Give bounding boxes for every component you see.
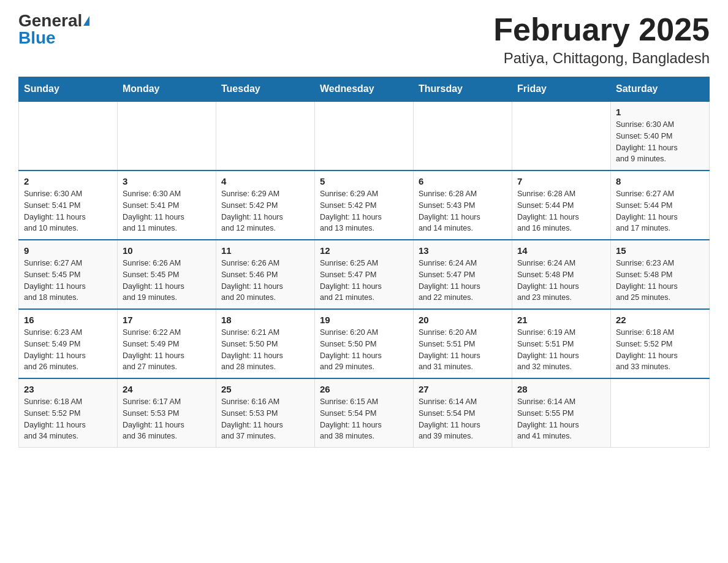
day-number: 11	[221, 245, 309, 256]
logo-general-text: General	[18, 12, 82, 29]
weekday-header-saturday: Saturday	[611, 77, 710, 102]
sun-info: Sunrise: 6:30 AMSunset: 5:41 PMDaylight:…	[123, 188, 211, 234]
calendar-cell: 18Sunrise: 6:21 AMSunset: 5:50 PMDayligh…	[216, 309, 315, 378]
calendar-cell: 12Sunrise: 6:25 AMSunset: 5:47 PMDayligh…	[315, 240, 414, 309]
calendar-cell: 13Sunrise: 6:24 AMSunset: 5:47 PMDayligh…	[414, 240, 512, 309]
day-number: 2	[24, 176, 112, 186]
calendar-cell: 20Sunrise: 6:20 AMSunset: 5:51 PMDayligh…	[414, 309, 512, 378]
weekday-header-friday: Friday	[512, 77, 611, 102]
day-number: 4	[221, 176, 309, 186]
sun-info: Sunrise: 6:16 AMSunset: 5:53 PMDaylight:…	[221, 396, 309, 442]
day-number: 20	[419, 315, 507, 325]
day-number: 27	[419, 384, 507, 394]
day-number: 28	[517, 384, 605, 394]
sun-info: Sunrise: 6:26 AMSunset: 5:45 PMDaylight:…	[123, 258, 211, 304]
calendar-cell: 7Sunrise: 6:28 AMSunset: 5:44 PMDaylight…	[512, 170, 611, 240]
calendar-cell: 22Sunrise: 6:18 AMSunset: 5:52 PMDayligh…	[611, 309, 710, 378]
day-number: 3	[123, 176, 211, 186]
calendar-cell: 10Sunrise: 6:26 AMSunset: 5:45 PMDayligh…	[118, 240, 216, 309]
calendar-cell: 21Sunrise: 6:19 AMSunset: 5:51 PMDayligh…	[512, 309, 611, 378]
calendar-cell: 15Sunrise: 6:23 AMSunset: 5:48 PMDayligh…	[611, 240, 710, 309]
calendar-cell: 1Sunrise: 6:30 AMSunset: 5:40 PMDaylight…	[611, 101, 710, 170]
sun-info: Sunrise: 6:28 AMSunset: 5:44 PMDaylight:…	[517, 188, 605, 234]
sun-info: Sunrise: 6:20 AMSunset: 5:51 PMDaylight:…	[419, 327, 507, 373]
calendar-cell: 3Sunrise: 6:30 AMSunset: 5:41 PMDaylight…	[118, 170, 216, 240]
day-number: 14	[517, 245, 605, 256]
sun-info: Sunrise: 6:14 AMSunset: 5:55 PMDaylight:…	[517, 396, 605, 442]
day-number: 1	[616, 107, 704, 117]
sun-info: Sunrise: 6:18 AMSunset: 5:52 PMDaylight:…	[24, 396, 112, 442]
sun-info: Sunrise: 6:24 AMSunset: 5:47 PMDaylight:…	[419, 258, 507, 304]
day-number: 18	[221, 315, 309, 325]
calendar-week-row: 1Sunrise: 6:30 AMSunset: 5:40 PMDaylight…	[19, 101, 710, 170]
calendar-cell: 23Sunrise: 6:18 AMSunset: 5:52 PMDayligh…	[19, 378, 118, 448]
calendar-cell: 24Sunrise: 6:17 AMSunset: 5:53 PMDayligh…	[118, 378, 216, 448]
day-number: 24	[123, 384, 211, 394]
day-number: 17	[123, 315, 211, 325]
calendar-cell	[414, 101, 512, 170]
sun-info: Sunrise: 6:20 AMSunset: 5:50 PMDaylight:…	[320, 327, 408, 373]
calendar-cell: 27Sunrise: 6:14 AMSunset: 5:54 PMDayligh…	[414, 378, 512, 448]
calendar-cell: 9Sunrise: 6:27 AMSunset: 5:45 PMDaylight…	[19, 240, 118, 309]
calendar-week-row: 2Sunrise: 6:30 AMSunset: 5:41 PMDaylight…	[19, 170, 710, 240]
calendar-cell: 28Sunrise: 6:14 AMSunset: 5:55 PMDayligh…	[512, 378, 611, 448]
sun-info: Sunrise: 6:30 AMSunset: 5:41 PMDaylight:…	[24, 188, 112, 234]
month-title: February 2025	[493, 12, 710, 47]
sun-info: Sunrise: 6:27 AMSunset: 5:45 PMDaylight:…	[24, 258, 112, 304]
page-header: General Blue February 2025 Patiya, Chitt…	[18, 12, 710, 67]
weekday-header-monday: Monday	[118, 77, 216, 102]
day-number: 26	[320, 384, 408, 394]
day-number: 22	[616, 315, 704, 325]
calendar-cell: 4Sunrise: 6:29 AMSunset: 5:42 PMDaylight…	[216, 170, 315, 240]
day-number: 23	[24, 384, 112, 394]
calendar-week-row: 16Sunrise: 6:23 AMSunset: 5:49 PMDayligh…	[19, 309, 710, 378]
calendar-cell	[315, 101, 414, 170]
sun-info: Sunrise: 6:19 AMSunset: 5:51 PMDaylight:…	[517, 327, 605, 373]
sun-info: Sunrise: 6:15 AMSunset: 5:54 PMDaylight:…	[320, 396, 408, 442]
weekday-header-thursday: Thursday	[414, 77, 512, 102]
sun-info: Sunrise: 6:18 AMSunset: 5:52 PMDaylight:…	[616, 327, 704, 373]
sun-info: Sunrise: 6:24 AMSunset: 5:48 PMDaylight:…	[517, 258, 605, 304]
sun-info: Sunrise: 6:21 AMSunset: 5:50 PMDaylight:…	[221, 327, 309, 373]
weekday-header-wednesday: Wednesday	[315, 77, 414, 102]
calendar-cell: 6Sunrise: 6:28 AMSunset: 5:43 PMDaylight…	[414, 170, 512, 240]
sun-info: Sunrise: 6:17 AMSunset: 5:53 PMDaylight:…	[123, 396, 211, 442]
sun-info: Sunrise: 6:26 AMSunset: 5:46 PMDaylight:…	[221, 258, 309, 304]
calendar-cell: 25Sunrise: 6:16 AMSunset: 5:53 PMDayligh…	[216, 378, 315, 448]
logo: General Blue	[18, 12, 89, 47]
day-number: 8	[616, 176, 704, 186]
weekday-header-tuesday: Tuesday	[216, 77, 315, 102]
calendar-cell: 8Sunrise: 6:27 AMSunset: 5:44 PMDaylight…	[611, 170, 710, 240]
calendar-cell	[118, 101, 216, 170]
day-number: 15	[616, 245, 704, 256]
sun-info: Sunrise: 6:28 AMSunset: 5:43 PMDaylight:…	[419, 188, 507, 234]
sun-info: Sunrise: 6:27 AMSunset: 5:44 PMDaylight:…	[616, 188, 704, 234]
calendar-cell: 2Sunrise: 6:30 AMSunset: 5:41 PMDaylight…	[19, 170, 118, 240]
calendar-cell: 19Sunrise: 6:20 AMSunset: 5:50 PMDayligh…	[315, 309, 414, 378]
day-number: 10	[123, 245, 211, 256]
logo-blue-text: Blue	[18, 29, 56, 47]
calendar-cell	[512, 101, 611, 170]
calendar-table: SundayMondayTuesdayWednesdayThursdayFrid…	[18, 77, 710, 448]
day-number: 12	[320, 245, 408, 256]
calendar-cell: 26Sunrise: 6:15 AMSunset: 5:54 PMDayligh…	[315, 378, 414, 448]
calendar-cell: 17Sunrise: 6:22 AMSunset: 5:49 PMDayligh…	[118, 309, 216, 378]
sun-info: Sunrise: 6:23 AMSunset: 5:49 PMDaylight:…	[24, 327, 112, 373]
logo-triangle-icon	[83, 16, 89, 26]
calendar-header-row: SundayMondayTuesdayWednesdayThursdayFrid…	[19, 77, 710, 102]
calendar-cell: 14Sunrise: 6:24 AMSunset: 5:48 PMDayligh…	[512, 240, 611, 309]
calendar-week-row: 23Sunrise: 6:18 AMSunset: 5:52 PMDayligh…	[19, 378, 710, 448]
sun-info: Sunrise: 6:14 AMSunset: 5:54 PMDaylight:…	[419, 396, 507, 442]
calendar-cell: 11Sunrise: 6:26 AMSunset: 5:46 PMDayligh…	[216, 240, 315, 309]
calendar-cell	[611, 378, 710, 448]
day-number: 19	[320, 315, 408, 325]
location-title: Patiya, Chittagong, Bangladesh	[493, 50, 710, 67]
sun-info: Sunrise: 6:25 AMSunset: 5:47 PMDaylight:…	[320, 258, 408, 304]
day-number: 16	[24, 315, 112, 325]
day-number: 6	[419, 176, 507, 186]
day-number: 9	[24, 245, 112, 256]
day-number: 13	[419, 245, 507, 256]
calendar-week-row: 9Sunrise: 6:27 AMSunset: 5:45 PMDaylight…	[19, 240, 710, 309]
calendar-cell	[216, 101, 315, 170]
calendar-cell: 5Sunrise: 6:29 AMSunset: 5:42 PMDaylight…	[315, 170, 414, 240]
